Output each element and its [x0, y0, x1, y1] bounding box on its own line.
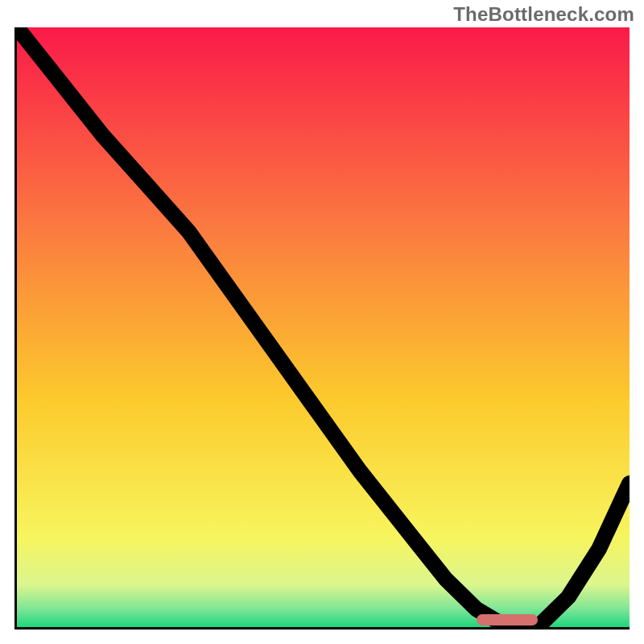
watermark-text: TheBottleneck.com [453, 3, 634, 26]
bottleneck-chart [17, 27, 630, 627]
plot-area [14, 27, 630, 630]
optimal-range-marker [477, 614, 538, 625]
chart-frame: TheBottleneck.com [0, 0, 644, 644]
gradient-background [17, 27, 630, 627]
